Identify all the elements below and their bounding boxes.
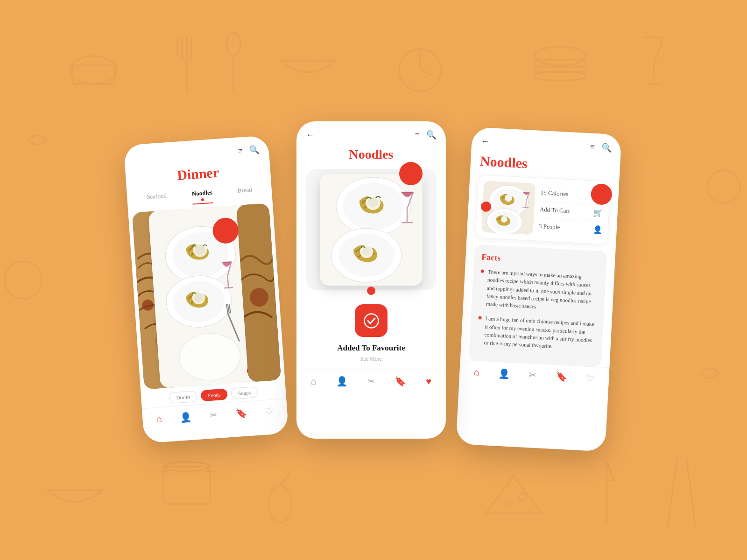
pill-drinks[interactable]: Drinks <box>169 391 197 404</box>
phone2-favourite-label: Added To Favourite <box>306 343 437 353</box>
phone2-nav-fork[interactable]: ✂ <box>367 376 375 387</box>
svg-point-23 <box>519 493 527 501</box>
phone1-tab-noodles[interactable]: Noodles <box>191 189 213 205</box>
phone3-title-accent: es <box>515 155 528 171</box>
phone2-food-image <box>320 174 423 286</box>
phone3-menu-icon[interactable]: ≡ <box>590 142 595 152</box>
svg-line-70 <box>522 207 529 208</box>
phone2-favourite-section: Added To Favourite See More <box>296 290 446 370</box>
phone3-title-normal: Noodl <box>479 153 516 170</box>
phone1-title-accent: er <box>206 164 219 181</box>
phone2-food-card <box>306 169 437 290</box>
phone2-nav-profile[interactable]: 👤 <box>336 376 348 387</box>
phone1-food-images <box>132 203 282 390</box>
phone3-facts-section: Facts There are myriad ways to make an a… <box>469 245 607 367</box>
phone2-title-accent: es <box>382 147 393 161</box>
phone2-title: Noodles <box>296 147 446 162</box>
phone1-nav-profile[interactable]: 👤 <box>179 411 192 423</box>
phone3-detail-card: 15 Calories 🔥 Add To Cart 🛒 3 People 👤 <box>475 175 611 245</box>
phone2-nav-home[interactable]: ⌂ <box>311 376 317 387</box>
svg-point-21 <box>163 462 210 471</box>
phone3-fact-2-text: I am a huge fan of indo chinese recipes … <box>484 315 596 352</box>
svg-point-59 <box>368 197 378 208</box>
phone3-title: Noodles <box>479 153 611 176</box>
phone3-facts-normal: Fac <box>481 252 495 262</box>
phones-container: ≡ 🔍 Dinner Seafood Noodles Bread <box>133 121 614 439</box>
svg-point-6 <box>226 33 240 56</box>
svg-rect-1 <box>72 65 114 84</box>
phone3-person-icon: 👤 <box>592 224 602 234</box>
phone3-fact-1: There are myriad ways to make an amazing… <box>479 267 599 314</box>
phone3-fact-1-text: There are myriad ways to make an amazing… <box>486 268 599 314</box>
pill-foods[interactable]: Foods <box>201 388 228 401</box>
phone3-nav-profile[interactable]: 👤 <box>498 368 510 379</box>
svg-point-24 <box>506 501 512 507</box>
phone3-fact-1-dot <box>481 269 484 273</box>
phone3-nav-fork[interactable]: ✂ <box>529 369 537 381</box>
phone2-header: ← ≡ 🔍 <box>296 121 446 145</box>
phone2-favourite-button[interactable] <box>355 304 388 337</box>
phone3-nav-home[interactable]: ⌂ <box>473 367 479 378</box>
svg-point-9 <box>399 49 441 91</box>
pill-soups[interactable]: Soups <box>231 386 258 399</box>
phone1-menu-icon[interactable]: ≡ <box>238 146 243 156</box>
phone3-people-row: 3 People 👤 <box>538 218 603 238</box>
phone2-see-more[interactable]: See More <box>306 356 437 363</box>
phone-2-favourite: ← ≡ 🔍 Noodles <box>296 121 446 439</box>
svg-rect-18 <box>163 467 210 504</box>
phone2-title-normal: Noodl <box>349 147 383 161</box>
phone2-menu-icon[interactable]: ≡ <box>415 130 420 140</box>
svg-point-64 <box>362 247 371 256</box>
phone2-search-icon[interactable]: 🔍 <box>426 130 437 140</box>
phone1-nav-heart[interactable]: ♡ <box>265 406 274 417</box>
phone2-nav-bookmark[interactable]: 🔖 <box>395 376 406 387</box>
phone1-nav-bookmark[interactable]: 🔖 <box>235 407 247 420</box>
phone3-calories-label: 15 Calories <box>540 189 568 198</box>
svg-point-22 <box>268 485 292 523</box>
phone-1-dinner: ≡ 🔍 Dinner Seafood Noodles Bread <box>123 135 289 443</box>
phone1-title-normal: Dinn <box>176 165 207 182</box>
phone1-tab-bread[interactable]: Bread <box>237 186 253 202</box>
svg-point-0 <box>70 56 117 84</box>
phone3-cart-icon: 🛒 <box>593 208 603 217</box>
phone3-search-icon[interactable]: 🔍 <box>601 142 612 153</box>
phone2-title-area: Noodles <box>296 145 446 169</box>
phone2-back-icon[interactable]: ← <box>306 130 314 140</box>
phone1-nav-fork[interactable]: ✂ <box>209 409 218 421</box>
phone3-facts-list: There are myriad ways to make an amazing… <box>477 267 599 359</box>
phone3-back-icon[interactable]: ← <box>481 136 490 147</box>
phone3-nav-bookmark[interactable]: 🔖 <box>556 371 568 382</box>
phone1-search-icon[interactable]: 🔍 <box>249 144 260 155</box>
svg-point-15 <box>535 71 586 81</box>
svg-line-11 <box>420 70 432 75</box>
svg-rect-13 <box>535 60 586 67</box>
phone2-red-circle-top <box>399 162 423 185</box>
svg-point-65 <box>364 314 378 328</box>
svg-rect-14 <box>535 67 586 72</box>
svg-point-30 <box>5 261 42 299</box>
svg-line-50 <box>224 287 233 288</box>
phone-3-detail: ← ≡ 🔍 Noodles <box>456 127 621 452</box>
phone3-nav-heart[interactable]: ♡ <box>586 372 595 384</box>
svg-line-26 <box>668 457 677 527</box>
phone3-fact-2: I am a huge fan of indo chinese recipes … <box>477 315 596 353</box>
phone3-facts-title: Facts <box>481 252 599 268</box>
phone3-facts-accent: ts <box>494 253 501 263</box>
phone3-cart-label: Add To Cart <box>539 206 570 215</box>
phone1-tab-seafood[interactable]: Seafood <box>147 192 168 208</box>
phone2-nav-heart[interactable]: ♥ <box>426 376 431 387</box>
phone3-people-label: 3 People <box>539 223 560 231</box>
phone2-bottom-nav: ⌂ 👤 ✂ 🔖 ♥ <box>296 370 446 394</box>
phone1-nav-home[interactable]: ⌂ <box>156 413 162 425</box>
phone1-active-dot <box>201 198 204 201</box>
svg-line-27 <box>686 457 696 527</box>
svg-point-12 <box>535 47 586 65</box>
phone2-red-circle-bottom <box>367 287 375 295</box>
svg-point-31 <box>707 170 740 203</box>
phone3-fact-2-dot <box>478 316 481 320</box>
